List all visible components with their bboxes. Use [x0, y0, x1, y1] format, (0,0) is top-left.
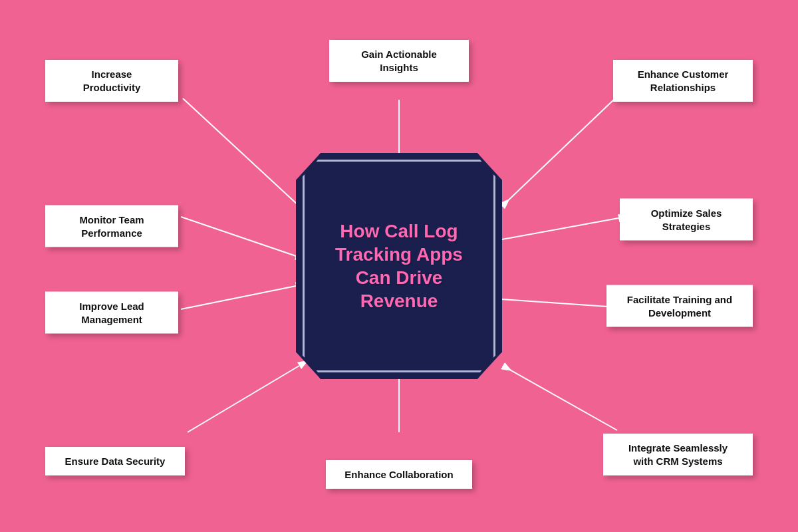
box-facilitate-training: Facilitate Training and Development	[606, 285, 753, 327]
box-gain-insights: Gain Actionable Insights	[329, 40, 469, 82]
label-enhance-collab: Enhance Collaboration	[344, 469, 453, 480]
label-ensure-security: Ensure Data Security	[65, 456, 166, 467]
box-monitor-team: Monitor Team Performance	[45, 205, 178, 247]
svg-line-7	[181, 217, 296, 256]
label-improve-lead: Improve Lead Management	[79, 301, 144, 325]
svg-line-11	[188, 366, 299, 432]
svg-line-8	[502, 218, 618, 239]
box-increase-productivity: Increase Productivity	[45, 60, 178, 102]
box-ensure-security: Ensure Data Security	[45, 447, 185, 476]
svg-line-10	[502, 299, 617, 307]
label-gain-insights: Gain Actionable Insights	[361, 49, 437, 73]
box-enhance-customer: Enhance Customer Relationships	[613, 60, 753, 102]
box-enhance-collab: Enhance Collaboration	[326, 460, 472, 489]
label-enhance-customer: Enhance Customer Relationships	[638, 68, 729, 93]
label-monitor-team: Monitor Team Performance	[79, 214, 144, 239]
diagram-wrapper: How Call Log Tracking Apps Can Drive Rev…	[33, 20, 765, 512]
svg-line-4	[183, 98, 299, 206]
label-integrate-crm: Integrate Seamlessly with CRM Systems	[628, 442, 728, 467]
box-integrate-crm: Integrate Seamlessly with CRM Systems	[603, 434, 753, 475]
svg-line-13	[503, 366, 617, 430]
label-facilitate-training: Facilitate Training and Development	[627, 294, 732, 319]
svg-line-9	[181, 286, 296, 309]
svg-line-6	[502, 98, 615, 206]
label-increase-productivity: Increase Productivity	[83, 68, 141, 93]
center-box: How Call Log Tracking Apps Can Drive Rev…	[296, 153, 502, 379]
center-title: How Call Log Tracking Apps Can Drive Rev…	[335, 219, 463, 313]
box-optimize-sales: Optimize Sales Strategies	[620, 199, 753, 241]
label-optimize-sales: Optimize Sales Strategies	[651, 207, 722, 232]
box-improve-lead: Improve Lead Management	[45, 292, 178, 334]
